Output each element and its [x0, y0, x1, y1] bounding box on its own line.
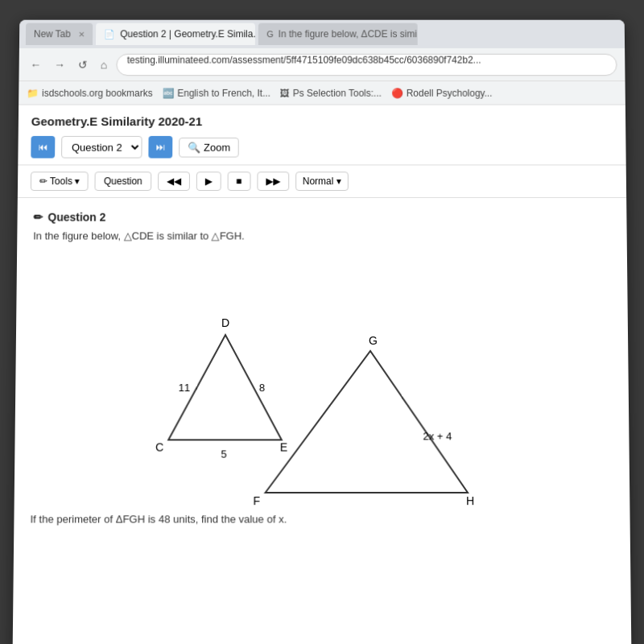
tab-close-new[interactable]: ✕ [79, 30, 85, 39]
toolbar: ✏ Tools ▾ Question ◀◀ ▶ ■ ▶▶ Nor [18, 165, 626, 198]
label-H: H [466, 494, 474, 507]
bookmark-isdschools[interactable]: 📁 isdschools.org bookmarks [27, 87, 152, 98]
zoom-label: Zoom [204, 141, 230, 153]
label-E: E [280, 440, 287, 453]
tab-question[interactable]: 📄 Question 2 | Geometry.E Simila... ✕ [96, 23, 255, 45]
question-instruction: In the figure below, △CDE is similar to … [33, 230, 611, 242]
question-nav: ⏮ Question 2 ⏭ 🔍 Zoom [31, 136, 613, 159]
label-ce: 5 [221, 448, 226, 460]
zoom-icon: 🔍 [188, 141, 200, 153]
google-tab-label: In the figure below, ΔCDE is simi... [279, 28, 419, 39]
google-tab-icon: G [266, 29, 273, 39]
home-button[interactable]: ⌂ [97, 55, 110, 74]
question-button[interactable]: Question [95, 171, 151, 191]
svg-marker-1 [266, 351, 468, 493]
label-de: 8 [259, 382, 265, 394]
label-C: C [155, 440, 163, 453]
toolbar-play-icon: ▶ [204, 175, 212, 187]
bookmark-folder-icon: 📁 [27, 87, 39, 98]
bookmark-ps-label: Ps Selection Tools:... [293, 87, 382, 98]
tab-google[interactable]: G In the figure below, ΔCDE is simi... [258, 23, 418, 45]
zoom-button[interactable]: 🔍 Zoom [179, 137, 239, 157]
diagram-container: D C E 11 8 5 G [31, 254, 613, 505]
question-tab-icon: 📄 [104, 29, 115, 39]
question-heading: ✏ Question 2 [33, 211, 610, 224]
bookmark-rodell-icon: 🔴 [391, 87, 403, 98]
perimeter-text: If the perimeter of ΔFGH is 48 units, fi… [31, 513, 614, 525]
tab-bar: New Tab ✕ 📄 Question 2 | Geometry.E Simi… [19, 20, 625, 48]
new-tab-label: New Tab [34, 28, 71, 39]
toolbar-next-button[interactable]: ▶▶ [257, 171, 289, 191]
pencil-icon: ✏ [33, 211, 43, 224]
reload-button[interactable]: ↺ [75, 55, 91, 74]
tab-new-tab[interactable]: New Tab ✕ [26, 23, 93, 45]
assessment-header: Geometry.E Similarity 2020-21 ⏮ Question… [18, 105, 625, 166]
toolbar-next-icon: ▶▶ [266, 175, 280, 187]
label-G: G [369, 334, 378, 347]
bookmark-ps-selection[interactable]: 🖼 Ps Selection Tools:... [280, 87, 382, 98]
question-number: Question 2 [47, 211, 105, 224]
back-button[interactable]: ← [27, 55, 44, 74]
address-text: testing.illuminateed.com/assessment/5ff4… [127, 54, 481, 65]
toolbar-stop-icon: ■ [236, 175, 242, 187]
address-input[interactable]: testing.illuminateed.com/assessment/5ff4… [117, 53, 617, 75]
normal-dropdown[interactable]: Normal ▾ [295, 171, 349, 191]
next-question-button[interactable]: ⏭ [148, 136, 172, 159]
question-body: ✏ Question 2 In the figure below, △CDE i… [14, 198, 630, 539]
bookmark-translate-icon: 🔤 [162, 87, 174, 98]
label-gh: 2x + 4 [423, 430, 452, 442]
bookmarks-bar: 📁 isdschools.org bookmarks 🔤 English to … [19, 81, 625, 105]
geometry-diagram: D C E 11 8 5 G [119, 254, 524, 505]
address-bar: ← → ↺ ⌂ testing.illuminateed.com/assessm… [19, 48, 625, 81]
bookmark-rodell[interactable]: 🔴 Rodell Psychology... [391, 87, 493, 98]
tools-label: ✏ Tools ▾ [39, 175, 80, 187]
bookmark-translate[interactable]: 🔤 English to French, It... [162, 87, 270, 98]
label-cd: 11 [179, 382, 191, 394]
forward-button[interactable]: → [51, 55, 68, 74]
toolbar-stop-button[interactable]: ■ [227, 171, 250, 191]
bookmark-translate-label: English to French, It... [177, 87, 270, 98]
normal-label: Normal ▾ [303, 175, 341, 187]
browser-window: New Tab ✕ 📄 Question 2 | Geometry.E Simi… [13, 20, 632, 644]
prev-question-button[interactable]: ⏮ [31, 136, 55, 159]
toolbar-prev-icon: ◀◀ [167, 175, 181, 187]
toolbar-play-button[interactable]: ▶ [196, 171, 221, 191]
page-content: Geometry.E Similarity 2020-21 ⏮ Question… [13, 105, 632, 644]
label-F: F [253, 494, 260, 507]
bookmark-rodell-label: Rodell Psychology... [407, 87, 493, 98]
question-btn-label: Question [104, 175, 142, 187]
bookmark-isdschools-label: isdschools.org bookmarks [42, 87, 153, 98]
toolbar-prev-button[interactable]: ◀◀ [158, 171, 190, 191]
question-select[interactable]: Question 2 [61, 136, 142, 159]
question-tab-label: Question 2 | Geometry.E Simila... [120, 28, 255, 39]
tools-button[interactable]: ✏ Tools ▾ [31, 171, 89, 191]
bookmark-ps-icon: 🖼 [280, 87, 290, 98]
label-D: D [221, 316, 229, 329]
assessment-title: Geometry.E Similarity 2020-21 [31, 114, 613, 128]
